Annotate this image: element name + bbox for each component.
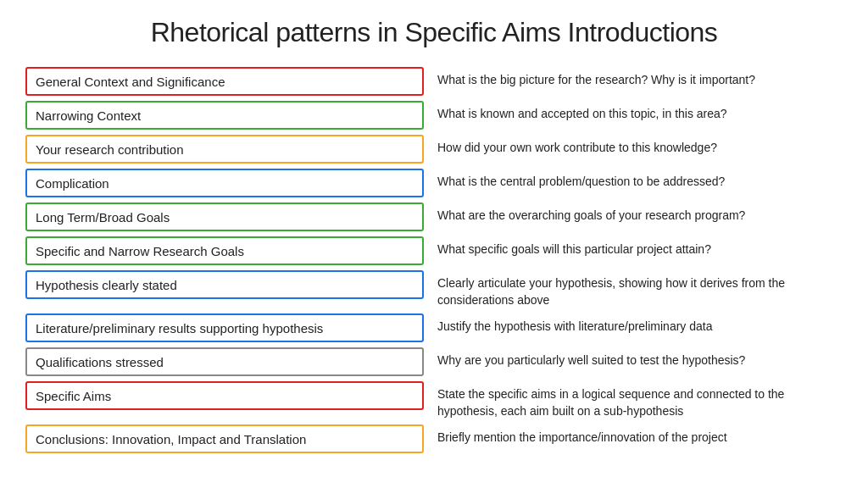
label-box: Complication [25,169,424,197]
description-text: What is known and accepted on this topic… [437,101,843,123]
label-box: General Context and Significance [25,67,424,96]
table-row: ComplicationWhat is the central problem/… [25,169,843,197]
table-row: Literature/preliminary results supportin… [25,313,843,342]
page-title: Rhetorical patterns in Specific Aims Int… [25,17,843,48]
table-row: Specific AimsState the specific aims in … [25,381,843,419]
table-row: Qualifications stressedWhy are you parti… [25,347,843,376]
table-row: General Context and SignificanceWhat is … [25,67,843,96]
table-row: Conclusions: Innovation, Impact and Tran… [25,424,843,453]
table-row: Your research contributionHow did your o… [25,135,843,164]
description-text: What is the big picture for the research… [437,67,843,89]
description-text: Clearly articulate your hypothesis, show… [437,270,843,308]
description-text: Why are you particularly well suited to … [437,347,843,369]
label-box: Specific and Narrow Research Goals [25,236,424,265]
label-box: Literature/preliminary results supportin… [25,313,424,342]
description-text: What is the central problem/question to … [437,169,843,191]
label-box: Hypothesis clearly stated [25,270,424,299]
label-box: Narrowing Context [25,101,424,130]
table-row: Hypothesis clearly statedClearly articul… [25,270,843,308]
label-box: Qualifications stressed [25,347,424,376]
label-box: Conclusions: Innovation, Impact and Tran… [25,424,424,453]
table-row: Long Term/Broad GoalsWhat are the overar… [25,202,843,231]
rhetorical-patterns-list: General Context and SignificanceWhat is … [25,67,843,453]
table-row: Specific and Narrow Research GoalsWhat s… [25,236,843,265]
label-box: Long Term/Broad Goals [25,202,424,231]
table-row: Narrowing ContextWhat is known and accep… [25,101,843,130]
description-text: State the specific aims in a logical seq… [437,381,843,419]
description-text: How did your own work contribute to this… [437,135,843,157]
label-box: Your research contribution [25,135,424,164]
description-text: What specific goals will this particular… [437,236,843,258]
description-text: Briefly mention the importance/innovatio… [437,424,843,446]
description-text: Justify the hypothesis with literature/p… [437,313,843,336]
description-text: What are the overarching goals of your r… [437,202,843,225]
label-box: Specific Aims [25,381,424,410]
